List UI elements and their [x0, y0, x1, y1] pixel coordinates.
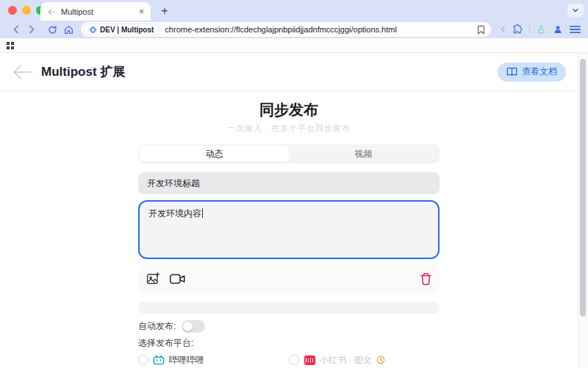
- auto-publish-row: 自动发布:: [138, 320, 440, 333]
- tab-search-button[interactable]: [567, 4, 584, 17]
- media-toolbar: [138, 263, 440, 294]
- collapse-chevron-icon[interactable]: [500, 26, 506, 33]
- scrollbar-thumb[interactable]: [580, 59, 586, 316]
- close-window-button[interactable]: [8, 6, 17, 15]
- forward-button[interactable]: [24, 23, 40, 36]
- bookmarks-bar: [0, 38, 588, 53]
- delete-trash-icon[interactable]: [420, 272, 432, 286]
- page-scrollbar[interactable]: [578, 53, 588, 368]
- tab-video[interactable]: 视频: [289, 146, 438, 162]
- tab-close-icon[interactable]: ×: [139, 7, 144, 17]
- menu-hamburger-icon[interactable]: [570, 25, 581, 34]
- tab-strip: Multipost × +: [0, 0, 588, 21]
- xiaohongshu-icon: [304, 354, 315, 366]
- extensions-puzzle-icon[interactable]: [512, 24, 523, 35]
- platform-bilibili[interactable]: 哔哩哔哩: [138, 354, 289, 366]
- tab-title: Multipost: [61, 7, 139, 16]
- book-icon: [506, 67, 517, 77]
- platform-list: 哔哩哔哩 小红书 · 图文 X: [138, 354, 440, 368]
- toolbar-divider: [529, 25, 530, 34]
- window-controls: [8, 6, 45, 15]
- view-docs-button[interactable]: 查看文档: [498, 63, 566, 82]
- page-header: Multipost 扩展 查看文档: [0, 53, 578, 91]
- form-title: 同步发布: [138, 100, 440, 120]
- collapsed-section-bar: [138, 302, 440, 314]
- platform-xiaohongshu[interactable]: 小红书 · 图文: [289, 354, 440, 366]
- tab-favicon: [47, 7, 56, 16]
- extension-icon: [89, 26, 97, 34]
- platform-label: 哔哩哔哩: [169, 354, 204, 367]
- content-type-tabs: 动态 视频: [138, 144, 440, 163]
- platform-label: 小红书 · 图文: [320, 354, 372, 367]
- chevron-down-icon: [572, 7, 579, 13]
- address-bar[interactable]: DEV | Multipost chrome-extension://flcde…: [81, 22, 491, 37]
- browser-tab[interactable]: Multipost ×: [40, 2, 151, 21]
- bookmark-icon[interactable]: [477, 25, 485, 35]
- back-button[interactable]: [7, 23, 24, 36]
- toggle-knob: [183, 322, 193, 331]
- flask-icon[interactable]: [537, 24, 546, 35]
- extension-badge-label: DEV | Multipost: [100, 26, 154, 34]
- apps-grid-icon[interactable]: [7, 42, 14, 49]
- platform-select-label: 选择发布平台:: [138, 337, 440, 350]
- back-arrow-icon[interactable]: [12, 63, 32, 81]
- content-text: 开发环境内容: [148, 208, 201, 219]
- profile-icon[interactable]: [553, 24, 563, 35]
- extension-badge[interactable]: DEV | Multipost: [83, 24, 159, 35]
- auto-publish-toggle[interactable]: [182, 320, 205, 333]
- title-input[interactable]: 开发环境标题: [138, 172, 440, 194]
- url-text[interactable]: chrome-extension://flcdechglajpnbpiidjja…: [165, 25, 477, 34]
- bilibili-checkbox[interactable]: [138, 355, 148, 365]
- extension-options-page: Multipost 扩展 查看文档 同步发布 一次输入，在多个平台同步发布 动态…: [0, 53, 588, 368]
- pending-clock-icon: [376, 355, 385, 364]
- bilibili-icon: [153, 354, 165, 366]
- view-docs-label: 查看文档: [522, 66, 557, 78]
- add-video-icon[interactable]: [169, 272, 186, 286]
- minimize-window-button[interactable]: [22, 6, 31, 15]
- reload-button[interactable]: [44, 23, 60, 36]
- tab-dynamic[interactable]: 动态: [140, 146, 289, 162]
- home-button[interactable]: [60, 23, 76, 36]
- content-textarea[interactable]: 开发环境内容: [138, 200, 440, 259]
- text-cursor: [202, 208, 203, 218]
- page-title: Multipost 扩展: [41, 63, 125, 80]
- auto-publish-label: 自动发布:: [138, 320, 176, 333]
- xiaohongshu-checkbox[interactable]: [289, 355, 299, 365]
- browser-toolbar: DEV | Multipost chrome-extension://flcde…: [0, 21, 588, 38]
- form-subtitle: 一次输入，在多个平台同步发布: [138, 123, 440, 134]
- publish-form: 同步发布 一次输入，在多个平台同步发布 动态 视频 开发环境标题 开发环境内容 …: [138, 100, 440, 368]
- add-image-icon[interactable]: [146, 272, 161, 286]
- new-tab-button[interactable]: +: [157, 3, 173, 19]
